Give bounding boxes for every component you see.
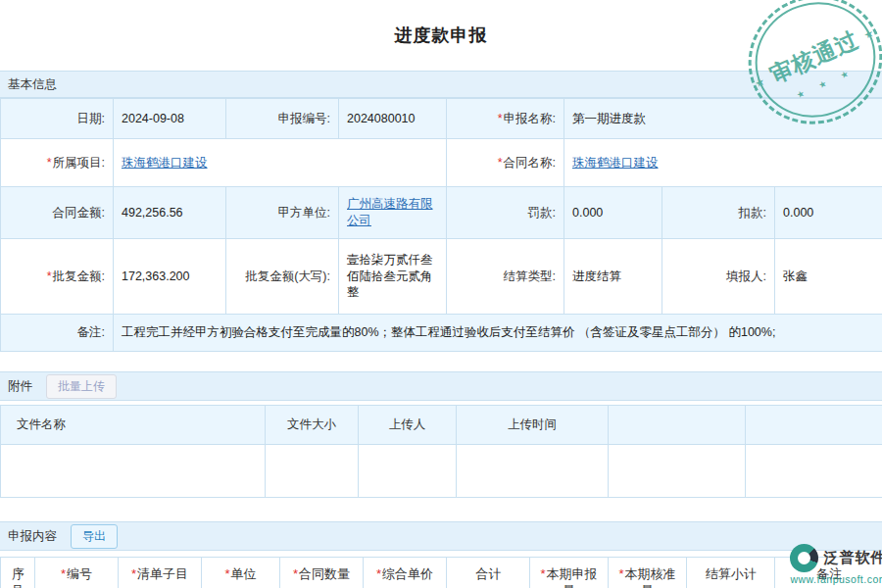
empty-header-cell	[609, 406, 746, 445]
col-file-name: 文件名称	[1, 406, 266, 445]
remark-label: 备注:	[1, 315, 114, 352]
project-label: *所属项目:	[1, 139, 114, 187]
attachments-table: 文件名称 文件大小 上传人 上传时间	[0, 405, 882, 498]
col-list-item: *清单子目	[119, 558, 202, 588]
settlement-type-label: 结算类型:	[447, 239, 564, 315]
required-asterisk: *	[618, 566, 623, 581]
table-row: 日期: 2024-09-08 申报编号: 2024080010 *申报名称: 第…	[1, 99, 882, 139]
party-a-value: 广州高速路有限公司	[339, 187, 447, 239]
section-attachments-label: 附件	[8, 378, 32, 395]
settlement-type-value: 进度结算	[564, 239, 662, 315]
batch-upload-button[interactable]: 批量上传	[46, 374, 117, 399]
declaration-no-value: 2024080010	[339, 99, 447, 139]
basic-info-table: 日期: 2024-09-08 申报编号: 2024080010 *申报名称: 第…	[0, 98, 882, 352]
section-declaration-content: 申报内容 导出	[0, 521, 882, 551]
table-row: *批复金额: 172,363.200 批复金额(大写): 壹拾柒万贰仟叁佰陆拾叁…	[1, 239, 882, 315]
empty-cell	[266, 445, 359, 498]
col-upload-time: 上传时间	[457, 406, 609, 445]
col-total: 合计	[447, 558, 530, 588]
contract-amount-label: 合同金额:	[1, 187, 114, 239]
required-asterisk: *	[293, 566, 298, 581]
contract-name-link[interactable]: 珠海鹤港口建设	[572, 156, 659, 170]
required-asterisk: *	[498, 112, 503, 125]
project-link[interactable]: 珠海鹤港口建设	[122, 156, 208, 170]
approved-amount-label: *批复金额:	[1, 239, 114, 315]
deduction-value: 0.000	[775, 187, 882, 239]
col-current-declared-qty: *本期申报量	[530, 558, 609, 588]
fanpu-logo-icon	[790, 544, 818, 572]
watermark-brand: 泛普软件	[823, 549, 882, 567]
attachments-header-row: 文件名称 文件大小 上传人 上传时间	[1, 406, 882, 445]
empty-cell	[359, 445, 457, 498]
table-row: 合同金额: 492,256.56 甲方单位: 广州高速路有限公司 罚款: 0.0…	[1, 187, 882, 239]
col-unit-price: *综合单价	[364, 558, 447, 588]
penalty-label: 罚款:	[447, 187, 564, 239]
section-basic-info-label: 基本信息	[8, 76, 57, 93]
col-current-approved-qty: *本期核准量	[609, 558, 687, 588]
empty-cell	[457, 445, 609, 498]
preparer-label: 填报人:	[662, 239, 775, 315]
party-a-link[interactable]: 广州高速路有限公司	[347, 197, 433, 227]
date-value: 2024-09-08	[114, 99, 226, 139]
approved-amount-caps-label: 批复金额(大写):	[226, 239, 339, 315]
empty-header-cell	[746, 406, 882, 445]
section-attachments: 附件 批量上传	[0, 371, 882, 401]
required-asterisk: *	[131, 566, 136, 581]
content-header-row: 序号 *编号 *清单子目 *单位 *合同数量 *综合单价 合计 *本期申报量 *…	[1, 558, 882, 588]
declaration-no-label: 申报编号:	[226, 99, 339, 139]
project-value: 珠海鹤港口建设	[114, 139, 447, 187]
required-asterisk: *	[47, 156, 52, 170]
required-asterisk: *	[540, 566, 545, 581]
col-settlement-subtotal: 结算小计	[687, 558, 775, 588]
declaration-name-label: *申报名称:	[447, 99, 564, 139]
required-asterisk: *	[498, 156, 503, 170]
preparer-value: 张鑫	[775, 239, 882, 315]
approved-amount-caps-value: 壹拾柒万贰仟叁佰陆拾叁元贰角整	[339, 239, 447, 315]
table-row: *所属项目: 珠海鹤港口建设 *合同名称: 珠海鹤港口建设	[1, 139, 882, 187]
export-button[interactable]: 导出	[71, 524, 118, 549]
col-contract-qty: *合同数量	[280, 558, 364, 588]
party-a-label: 甲方单位:	[226, 187, 339, 239]
page-title: 进度款申报	[395, 24, 488, 47]
required-asterisk: *	[376, 566, 381, 581]
section-basic-info: 基本信息	[0, 71, 882, 98]
date-label: 日期:	[1, 99, 114, 139]
empty-cell	[1, 445, 266, 498]
declaration-name-value: 第一期进度款	[564, 99, 882, 139]
required-asterisk: *	[61, 566, 66, 581]
empty-cell	[746, 445, 882, 498]
col-uploader: 上传人	[359, 406, 457, 445]
vendor-watermark: 泛普软件 www.fanpusoft.com	[790, 544, 882, 585]
contract-name-value: 珠海鹤港口建设	[564, 139, 882, 187]
penalty-value: 0.000	[564, 187, 662, 239]
contract-name-label: *合同名称:	[447, 139, 564, 187]
required-asterisk: *	[47, 270, 52, 283]
deduction-label: 扣款:	[662, 187, 775, 239]
approved-amount-value: 172,363.200	[114, 239, 226, 315]
watermark-url: www.fanpusoft.com	[790, 573, 882, 585]
col-unit: *单位	[202, 558, 280, 588]
page-header: 进度款申报	[0, 0, 882, 71]
table-row: 备注: 工程完工并经甲方初验合格支付至完成量的80%；整体工程通过验收后支付至结…	[1, 315, 882, 352]
remark-value: 工程完工并经甲方初验合格支付至完成量的80%；整体工程通过验收后支付至结算价 （…	[114, 315, 882, 352]
contract-amount-value: 492,256.56	[114, 187, 226, 239]
empty-cell	[609, 445, 746, 498]
col-code: *编号	[35, 558, 119, 588]
section-declaration-content-label: 申报内容	[8, 528, 57, 545]
attachments-empty-row	[1, 445, 882, 498]
declaration-content-table: 序号 *编号 *清单子目 *单位 *合同数量 *综合单价 合计 *本期申报量 *…	[0, 557, 882, 588]
required-asterisk: *	[224, 566, 229, 581]
col-seq: 序号	[1, 558, 35, 588]
watermark-top: 泛普软件	[790, 544, 882, 572]
col-file-size: 文件大小	[266, 406, 359, 445]
